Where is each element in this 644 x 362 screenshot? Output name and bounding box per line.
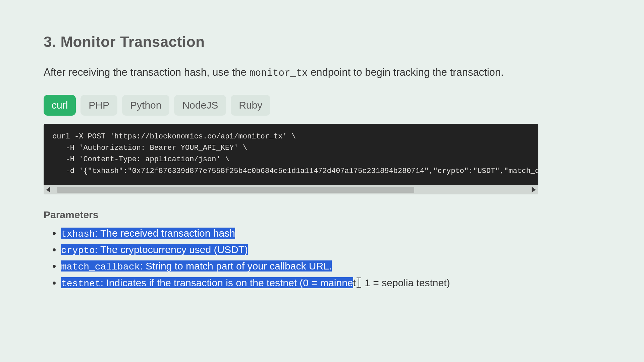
param-name: testnet bbox=[61, 279, 101, 289]
tab-php[interactable]: PHP bbox=[80, 95, 117, 116]
param-desc-rest-a: t bbox=[353, 277, 356, 288]
tab-curl[interactable]: curl bbox=[44, 95, 76, 116]
param-item-testnet: testnet: Indicates if the transaction is… bbox=[61, 275, 600, 291]
parameters-heading: Parameters bbox=[44, 209, 600, 221]
code-text: curl -X POST 'https://blockonomics.co/ap… bbox=[52, 131, 530, 177]
param-desc-selected: : Indicates if the transaction is on the… bbox=[101, 277, 353, 288]
intro-paragraph: After receiving the transaction hash, us… bbox=[44, 64, 540, 81]
param-desc: : String to match part of your callback … bbox=[140, 260, 332, 272]
param-name: crypto bbox=[61, 245, 95, 256]
param-name: match_callback bbox=[61, 262, 140, 272]
horizontal-scrollbar[interactable] bbox=[44, 185, 538, 194]
param-desc-rest-b: 1 = sepolia testnet) bbox=[362, 277, 450, 288]
intro-text-pre: After receiving the transaction hash, us… bbox=[44, 66, 249, 78]
param-desc: : The cryptocurrency used (USDT) bbox=[95, 244, 248, 255]
parameters-list: txhash: The received transaction hash cr… bbox=[44, 225, 600, 291]
intro-inline-code: monitor_tx bbox=[249, 68, 308, 79]
tab-ruby[interactable]: Ruby bbox=[231, 95, 270, 116]
tab-nodejs[interactable]: NodeJS bbox=[174, 95, 226, 116]
doc-page: 3. Monitor Transaction After receiving t… bbox=[0, 0, 644, 291]
param-desc: : The received transaction hash bbox=[95, 228, 235, 239]
section-heading: 3. Monitor Transaction bbox=[44, 34, 600, 50]
param-item-match-callback: match_callback: String to match part of … bbox=[61, 258, 600, 275]
param-name: txhash bbox=[61, 229, 95, 239]
param-item-crypto: crypto: The cryptocurrency used (USDT) bbox=[61, 242, 600, 258]
tab-python[interactable]: Python bbox=[122, 95, 169, 116]
text-cursor-icon bbox=[356, 278, 362, 288]
scroll-left-icon[interactable] bbox=[46, 187, 50, 193]
code-block[interactable]: curl -X POST 'https://blockonomics.co/ap… bbox=[44, 124, 538, 185]
scroll-right-icon[interactable] bbox=[532, 187, 536, 193]
param-item-txhash: txhash: The received transaction hash bbox=[61, 225, 600, 242]
code-sample: curl -X POST 'https://blockonomics.co/ap… bbox=[44, 124, 538, 194]
scroll-thumb[interactable] bbox=[57, 187, 414, 193]
language-tabs: curl PHP Python NodeJS Ruby bbox=[44, 95, 600, 116]
intro-text-post: endpoint to begin tracking the transacti… bbox=[308, 66, 504, 78]
